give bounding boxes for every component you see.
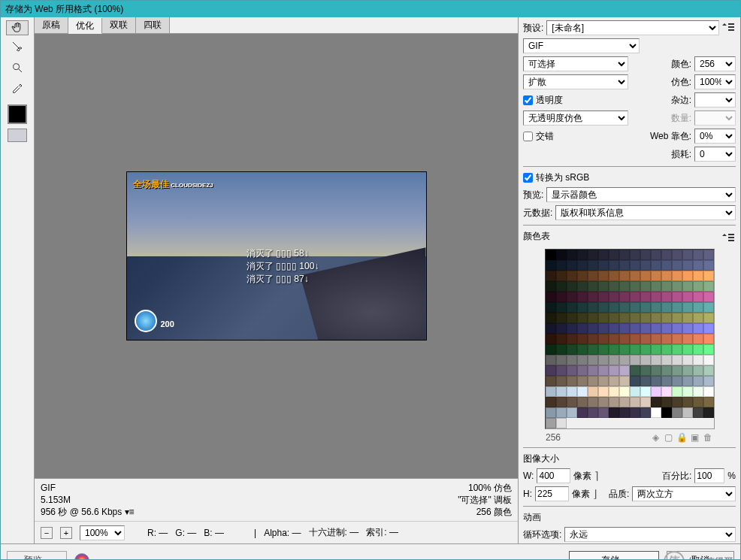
color-swatch[interactable] xyxy=(598,407,609,418)
quality-select[interactable]: 两次立方 xyxy=(632,486,736,501)
metadata-select[interactable]: 版权和联系信息 xyxy=(555,205,736,220)
color-swatch[interactable] xyxy=(556,365,567,376)
color-swatch[interactable] xyxy=(682,313,693,323)
color-swatch[interactable] xyxy=(693,407,703,418)
color-swatch[interactable] xyxy=(577,386,588,397)
color-swatch[interactable] xyxy=(556,281,567,292)
color-swatch[interactable] xyxy=(672,407,682,418)
percent-input[interactable] xyxy=(694,468,724,483)
color-swatch[interactable] xyxy=(556,407,567,418)
color-swatch[interactable] xyxy=(609,407,619,418)
color-swatch[interactable] xyxy=(598,302,609,313)
color-swatch[interactable] xyxy=(682,260,693,271)
color-swatch[interactable] xyxy=(630,271,640,281)
transparency-check[interactable] xyxy=(523,95,533,105)
color-swatch[interactable] xyxy=(682,376,693,386)
color-swatch[interactable] xyxy=(577,302,588,313)
color-swatch[interactable] xyxy=(672,313,682,323)
color-swatch[interactable] xyxy=(630,365,640,376)
srgb-check[interactable] xyxy=(523,173,533,183)
zoom-tool[interactable] xyxy=(6,58,29,77)
color-swatch[interactable] xyxy=(588,313,598,323)
color-swatch[interactable] xyxy=(588,365,598,376)
color-swatch[interactable] xyxy=(567,355,577,365)
color-swatch[interactable] xyxy=(661,407,672,418)
color-swatch[interactable] xyxy=(588,334,598,344)
color-swatch[interactable] xyxy=(556,344,567,355)
color-swatch[interactable] xyxy=(630,334,640,344)
color-table[interactable] xyxy=(545,249,715,429)
color-swatch[interactable] xyxy=(630,250,640,260)
color-swatch[interactable] xyxy=(693,313,703,323)
zoom-out-button[interactable]: − xyxy=(41,527,53,539)
reduction-select[interactable]: 可选择 xyxy=(523,56,628,71)
color-swatch[interactable] xyxy=(630,313,640,323)
color-swatch[interactable] xyxy=(588,250,598,260)
color-swatch[interactable] xyxy=(661,397,672,407)
color-swatch[interactable] xyxy=(682,365,693,376)
color-swatch[interactable] xyxy=(651,271,661,281)
color-swatch[interactable] xyxy=(651,334,661,344)
color-swatch[interactable] xyxy=(651,260,661,271)
color-swatch[interactable] xyxy=(693,260,703,271)
color-swatch[interactable] xyxy=(567,292,577,302)
color-swatch[interactable] xyxy=(651,407,661,418)
color-swatch[interactable] xyxy=(556,355,567,365)
color-swatch[interactable] xyxy=(556,397,567,407)
color-swatch[interactable] xyxy=(546,418,556,428)
color-swatch[interactable] xyxy=(630,344,640,355)
color-swatch[interactable] xyxy=(703,407,714,418)
color-swatch[interactable] xyxy=(588,302,598,313)
color-swatch[interactable] xyxy=(546,376,556,386)
colortable-menu-icon[interactable] xyxy=(722,234,736,243)
color-swatch[interactable] xyxy=(640,386,651,397)
color-swatch[interactable] xyxy=(588,355,598,365)
color-swatch[interactable] xyxy=(682,323,693,334)
color-swatch[interactable] xyxy=(556,292,567,302)
color-swatch[interactable] xyxy=(693,323,703,334)
color-swatch[interactable] xyxy=(661,302,672,313)
color-swatch[interactable] xyxy=(567,250,577,260)
color-swatch[interactable] xyxy=(546,313,556,323)
color-swatch[interactable] xyxy=(630,376,640,386)
width-input[interactable] xyxy=(537,468,570,483)
color-swatch[interactable] xyxy=(598,260,609,271)
color-swatch[interactable] xyxy=(577,397,588,407)
color-swatch[interactable] xyxy=(693,355,703,365)
color-swatch[interactable] xyxy=(682,334,693,344)
color-swatch[interactable] xyxy=(609,334,619,344)
color-swatch[interactable] xyxy=(672,281,682,292)
color-swatch[interactable] xyxy=(640,334,651,344)
color-swatch[interactable] xyxy=(619,397,630,407)
color-swatch[interactable] xyxy=(609,397,619,407)
color-swatch[interactable] xyxy=(598,281,609,292)
color-swatch[interactable] xyxy=(588,260,598,271)
color-swatch[interactable] xyxy=(619,292,630,302)
color-swatch[interactable] xyxy=(556,323,567,334)
color-swatch[interactable] xyxy=(577,334,588,344)
color-swatch[interactable] xyxy=(619,355,630,365)
color-swatch[interactable] xyxy=(546,386,556,397)
color-swatch[interactable] xyxy=(651,281,661,292)
color-swatch[interactable] xyxy=(661,365,672,376)
loop-select[interactable]: 永远 xyxy=(564,527,736,542)
color-swatch[interactable] xyxy=(682,281,693,292)
colors-select[interactable]: 256 xyxy=(694,56,736,71)
color-swatch[interactable] xyxy=(577,355,588,365)
color-swatch[interactable] xyxy=(598,365,609,376)
color-swatch[interactable] xyxy=(703,334,714,344)
color-swatch[interactable] xyxy=(588,323,598,334)
color-swatch[interactable] xyxy=(546,281,556,292)
color-swatch[interactable] xyxy=(640,250,651,260)
color-swatch[interactable] xyxy=(630,407,640,418)
color-swatch[interactable] xyxy=(609,260,619,271)
color-swatch[interactable] xyxy=(577,365,588,376)
color-swatch[interactable] xyxy=(682,250,693,260)
color-swatch[interactable] xyxy=(630,292,640,302)
tab-2up[interactable]: 双联 xyxy=(102,17,136,33)
color-swatch[interactable] xyxy=(672,376,682,386)
color-swatch[interactable] xyxy=(651,323,661,334)
tab-optimized[interactable]: 优化 xyxy=(68,18,102,34)
color-swatch[interactable] xyxy=(661,355,672,365)
color-swatch[interactable] xyxy=(619,250,630,260)
